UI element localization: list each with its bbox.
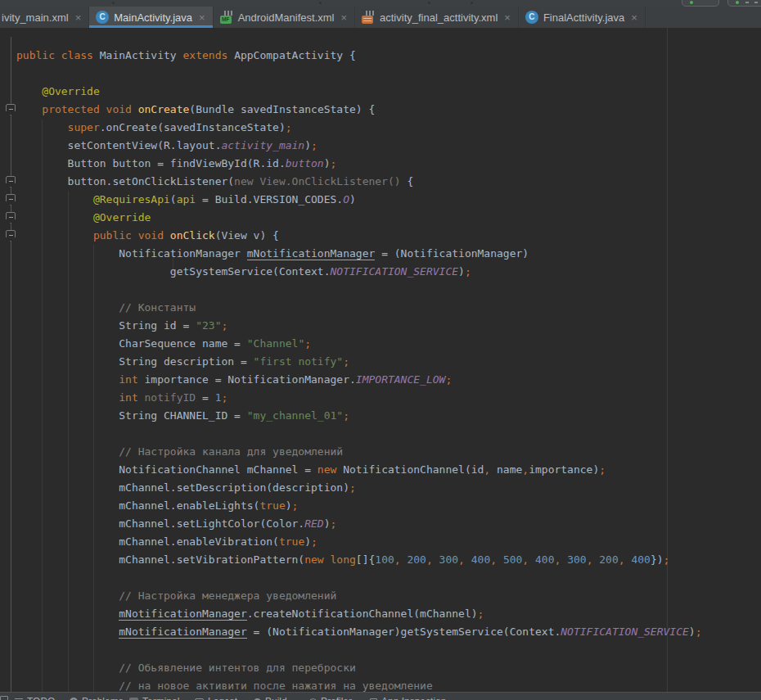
code-token: mChannel.setDescription(description) [16, 481, 349, 494]
code-token: @Override [16, 85, 100, 97]
code-token: mChannel.enableVibration( [16, 535, 279, 548]
code-token: protected void [16, 103, 138, 115]
code-token: button [286, 157, 324, 169]
code-token: NOTIFICATION_SERVICE [331, 265, 459, 278]
tab-activity-final-acttivity-xml[interactable]: activity_final_acttivity.xml× [355, 7, 519, 28]
close-tab-icon[interactable]: × [631, 12, 637, 23]
tool-window-button-terminal[interactable]: >_Terminal [129, 696, 179, 700]
code-token: notifyID [145, 391, 202, 404]
code-line: mChannel.setDescription(description); [16, 479, 702, 497]
code-token: , [619, 553, 625, 566]
code-token: 300 [439, 553, 458, 566]
code-line: super.onCreate(savedInstanceState); [16, 119, 702, 137]
code-token: super [16, 121, 100, 133]
code-token: , [458, 553, 465, 566]
tool-window-button-build[interactable]: Build [254, 696, 287, 700]
code-token: mNotificationManager [119, 625, 247, 639]
code-token: 100 [375, 553, 394, 566]
close-tab-icon[interactable]: × [75, 12, 82, 23]
code-line: mChannel.setLightColor(Color.RED); [16, 515, 702, 533]
tool-window-button-app-inspection[interactable]: App Inspection [370, 696, 446, 700]
tool-window-button-problems[interactable]: !Problems [70, 696, 124, 700]
code-line: // Константы [16, 299, 702, 317]
close-tab-icon[interactable]: × [340, 12, 347, 23]
code-token: (View v) { [215, 229, 279, 242]
tool-window-button-logcat[interactable]: Logcat [195, 696, 237, 700]
code-line: @Override [16, 83, 702, 101]
run-configuration-button[interactable] [682, 0, 719, 7]
code-line: CharSequence name = "Channel"; [16, 335, 702, 353]
tab-mainactivity-java[interactable]: CMainActivity.java× [89, 7, 213, 28]
tab-finalacttivity-java[interactable]: CFinalActtivity.java× [519, 7, 646, 28]
code-line: protected void onCreate(Bundle savedInst… [16, 101, 702, 119]
code-token: ) [324, 517, 331, 530]
code-line: NotificationChannel mChannel = new Notif… [16, 461, 702, 479]
code-token: mNotificationManager [119, 607, 247, 621]
device-selector-button[interactable] [727, 0, 761, 7]
tab-label: MainActivity.java [114, 11, 192, 24]
code-token: String id = [16, 319, 196, 332]
tool-window-label: App Inspection [381, 696, 446, 700]
tool-window-bar: TODO!Problems>_TerminalLogcatBuildProfil… [0, 692, 761, 700]
code-line: // Настройка менеджера уведомлений [16, 587, 702, 605]
tool-window-label: Problems [82, 696, 124, 700]
code-token: AppCompatActivity { [234, 49, 356, 61]
tab-label: ivity_main.xml [2, 11, 69, 24]
code-line: // Настройка канала для уведомлений [16, 443, 702, 461]
code-line: getSystemService(Context.NOTIFICATION_SE… [16, 263, 702, 281]
tool-window-button-profiler[interactable]: Profiler [309, 696, 352, 700]
code-token: "my_channel_01" [247, 409, 343, 422]
device-status-icon [736, 1, 739, 4]
code-token: int [16, 373, 145, 386]
code-token: ; [445, 373, 452, 386]
close-tab-icon[interactable]: × [504, 12, 511, 23]
code-token: @Override [16, 211, 151, 224]
code-line: mChannel.enableVibration(true); [16, 533, 702, 551]
code-token: // Настройка канала для уведомлений [16, 445, 343, 458]
code-token: int [16, 391, 145, 404]
code-token: NotificationChannel mChannel = [16, 463, 317, 476]
code-token: public void [16, 229, 170, 242]
code-token: ; [331, 157, 337, 169]
code-token: MainActivity [100, 49, 183, 61]
tab-androidmanifest-xml[interactable]: MFAndroidManifest.xml× [214, 7, 355, 28]
close-tab-icon[interactable]: × [199, 12, 205, 23]
code-line: mNotificationManager = (NotificationMana… [16, 623, 702, 641]
toolbar-dot [428, 2, 430, 4]
code-token: = [202, 391, 215, 404]
editor-tab-bar: ivity_main.xml×CMainActivity.java×MFAndr… [0, 7, 761, 28]
code-token: ) [458, 265, 465, 278]
code-token: , [426, 553, 433, 566]
tab-ivity-main-xml[interactable]: ivity_main.xml× [0, 7, 89, 28]
tool-window-label: TODO [27, 696, 55, 700]
code-token: @RequiresApi [16, 193, 170, 205]
code-editor[interactable]: public class MainActivity extends AppCom… [0, 28, 761, 692]
code-line: int importance = NotificationManager.IMP… [16, 371, 702, 389]
code-token: // Обьявление интентов для переброски [16, 662, 356, 674]
code-token: true [259, 499, 285, 512]
code-token: 400 [631, 553, 650, 566]
code-token: ; [221, 391, 227, 404]
code-token: api [177, 193, 196, 205]
android-studio-window: { "colors": { "editor_bg": "#2b2b2b", "u… [0, 0, 761, 700]
toolbar-glyph [745, 2, 749, 3]
code-token [465, 553, 471, 566]
code-token: ) [304, 535, 311, 548]
code-line: String description = "first notify"; [16, 353, 702, 371]
code-line [16, 425, 702, 443]
code-line: mChannel.enableLights(true); [16, 497, 702, 515]
java-class-file-icon: C [96, 11, 109, 24]
code-token: ; [465, 265, 471, 278]
code-token [433, 553, 439, 566]
window-corner-icon[interactable] [0, 696, 8, 700]
toolbar-dot [471, 2, 473, 4]
manifest-file-icon: MF [220, 11, 233, 24]
code-token: getSystemService(Context. [16, 265, 331, 278]
code-token: ; [478, 607, 484, 620]
code-line: mChannel.setVibrationPattern(new long[]{… [16, 551, 702, 569]
code-token: = (NotificationManager) [375, 247, 529, 260]
code-token: .createNotificationChannel(mChannel) [247, 607, 478, 620]
code-token: extends [183, 49, 235, 61]
tool-window-button-todo[interactable]: TODO [15, 696, 55, 700]
code-token: ; [343, 409, 349, 422]
